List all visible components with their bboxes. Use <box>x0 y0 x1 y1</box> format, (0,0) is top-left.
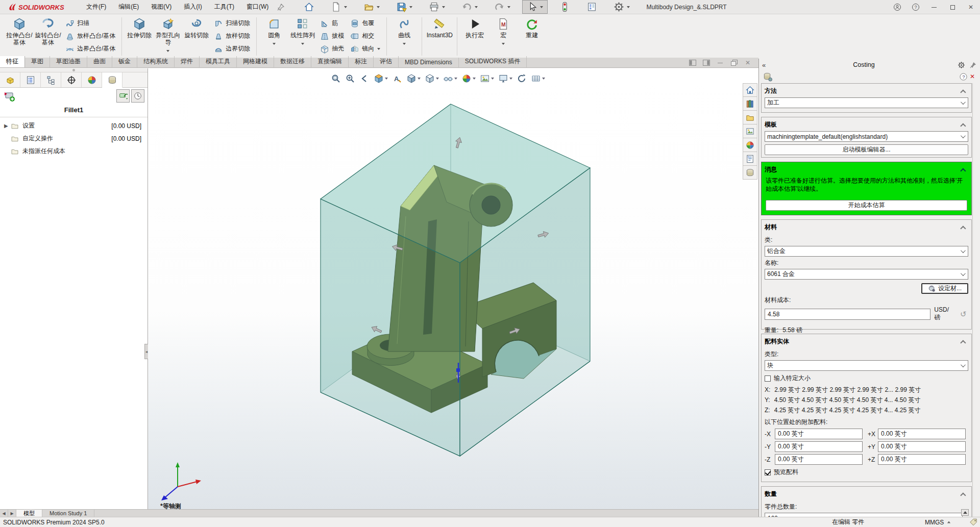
open-document-button[interactable] <box>359 0 384 14</box>
tab-草图油墨[interactable]: 草图油墨 <box>50 56 87 67</box>
flyout-caret-icon[interactable] <box>273 39 276 42</box>
dropdown-caret-icon[interactable] <box>344 6 347 8</box>
doc-restore-icon[interactable] <box>729 59 739 66</box>
panel-collapse-arrow[interactable]: ◄ <box>144 344 148 359</box>
expander-icon[interactable]: ▶ <box>4 123 10 129</box>
taskpane-view-palette-button[interactable] <box>743 124 757 138</box>
tab-mbd-dimensions[interactable]: MBD Dimensions <box>399 58 459 67</box>
preview-stock-checkbox[interactable] <box>765 469 771 475</box>
method-combobox[interactable]: 加工 <box>765 97 968 108</box>
ribbon-button-sweep[interactable]: 扫描 <box>63 17 117 30</box>
home-button[interactable] <box>299 0 319 14</box>
tab-标注[interactable]: 标注 <box>349 56 374 67</box>
tile-right-icon[interactable] <box>702 59 711 66</box>
ribbon-button-shell[interactable]: 抽壳 <box>318 42 346 55</box>
help-icon[interactable]: ? <box>906 0 925 14</box>
offset-pos-input[interactable]: 0.00 英寸 <box>878 429 966 439</box>
select-cursor-button[interactable] <box>522 0 548 14</box>
model-tab-1[interactable]: Motion Study 1 <box>42 510 94 517</box>
model-canvas[interactable] <box>148 68 758 509</box>
ribbon-button-mirror[interactable]: 镜向 <box>348 42 382 55</box>
doc-close-icon[interactable]: ✕ <box>743 59 752 66</box>
ribbon-button-instant3d[interactable]: Instant3D <box>425 15 454 58</box>
ribbon-button-boundary[interactable]: 边界凸台/基体 <box>63 42 117 55</box>
dropdown-caret-icon[interactable] <box>507 6 510 8</box>
taskpane-custom-properties-button[interactable] <box>743 152 757 166</box>
tab-直接编辑[interactable]: 直接编辑 <box>311 56 349 67</box>
material-class-combobox[interactable]: 铝合金 <box>765 246 968 257</box>
ribbon-button-fillet[interactable]: 圆角 <box>260 15 288 58</box>
dropdown-caret-icon[interactable] <box>627 6 630 8</box>
tab-草图[interactable]: 草图 <box>25 56 50 67</box>
menu-item-2[interactable]: 视图(V) <box>145 0 178 14</box>
chevron-up-icon[interactable] <box>960 492 966 498</box>
chevron-up-icon[interactable] <box>960 89 966 95</box>
doc-minimize-icon[interactable] <box>716 59 725 66</box>
taskpane-appearances-scenes-button[interactable] <box>743 138 757 152</box>
offset-neg-input[interactable]: 0.00 英寸 <box>775 429 863 439</box>
chevron-up-icon[interactable] <box>960 225 966 231</box>
history-clock-button[interactable] <box>131 89 144 103</box>
ribbon-button-boss-extrude[interactable]: 拉伸凸台/基体 <box>5 15 34 58</box>
flyout-caret-icon[interactable] <box>301 39 304 42</box>
dropdown-caret-icon[interactable] <box>475 6 478 8</box>
material-cost-input[interactable]: 4.58 <box>765 309 930 320</box>
dropdown-caret-icon[interactable] <box>377 6 380 8</box>
dropdown-caret-icon[interactable] <box>442 6 445 8</box>
tree-row-2[interactable]: 未指派任何成本 <box>0 145 148 158</box>
status-tag-icon[interactable] <box>969 518 978 526</box>
print-button[interactable] <box>424 0 450 14</box>
maximize-button[interactable] <box>943 0 962 14</box>
panel-help-icon[interactable]: ? <box>959 72 968 81</box>
ribbon-button-loft-cut[interactable]: 放样切除 <box>212 30 252 42</box>
tab-评估[interactable]: 评估 <box>374 56 399 67</box>
panel-tab-hierarchy[interactable] <box>41 72 61 87</box>
tile-left-icon[interactable] <box>688 59 697 66</box>
taskpane-costing-button[interactable] <box>743 166 757 180</box>
tab-数据迁移[interactable]: 数据迁移 <box>274 56 311 67</box>
taskpane-design-library-button[interactable] <box>743 97 757 111</box>
status-units-selector[interactable]: MMGS <box>925 519 951 526</box>
ribbon-button-sweep-cut[interactable]: 扫描切除 <box>212 17 252 30</box>
chevron-up-icon[interactable] <box>960 123 966 129</box>
ribbon-button-loft[interactable]: 放样凸台/基体 <box>63 30 117 42</box>
tab-焊件[interactable]: 焊件 <box>175 56 200 67</box>
traffic-light-button[interactable] <box>555 0 575 14</box>
redo-button[interactable] <box>489 0 515 14</box>
chevron-up-icon[interactable] <box>960 168 966 173</box>
new-document-button[interactable] <box>326 0 352 14</box>
ribbon-button-cut-extrude[interactable]: 拉伸切除 <box>125 15 154 58</box>
tree-row-1[interactable]: 自定义操作[0.00 USD] <box>0 132 148 145</box>
pin-menu-icon[interactable] <box>276 4 286 11</box>
flyout-caret-icon[interactable] <box>502 39 505 42</box>
reset-cost-icon[interactable]: ↺ <box>959 310 968 319</box>
costing-template-icon[interactable] <box>3 90 16 103</box>
pin-panel-icon[interactable] <box>969 61 977 69</box>
ribbon-button-revolve[interactable]: 旋转凸台/基体 <box>34 15 62 58</box>
tab-特征[interactable]: 特征 <box>0 56 25 67</box>
graphics-viewport[interactable]: A <box>148 68 758 509</box>
launch-template-editor-button[interactable]: 启动模板编辑器... <box>765 144 968 155</box>
ribbon-button-draft[interactable]: 拔模 <box>318 30 346 42</box>
flyout-caret-icon[interactable] <box>403 39 406 42</box>
tab-钣金[interactable]: 钣金 <box>112 56 137 67</box>
panel-gear-icon[interactable] <box>957 60 966 69</box>
chevron-up-icon[interactable] <box>960 340 966 345</box>
display-pane-button[interactable] <box>582 0 602 14</box>
scroll-up-button[interactable] <box>961 509 969 516</box>
tab-结构系统[interactable]: 结构系统 <box>137 56 175 67</box>
tab-网格建模[interactable]: 网格建模 <box>237 56 274 67</box>
panel-tab-part[interactable] <box>0 72 20 87</box>
collapse-panel-icon[interactable]: « <box>762 61 771 69</box>
set-material-button[interactable]: 设定材... <box>921 283 968 294</box>
panel-tab-feature-list[interactable] <box>20 72 41 87</box>
ribbon-button-rebuild[interactable]: 重建 <box>518 15 546 58</box>
tab-scroll-left-icon[interactable]: ◀ <box>0 510 8 517</box>
tab-曲面[interactable]: 曲面 <box>87 56 112 67</box>
flyout-caret-icon[interactable] <box>377 48 380 50</box>
stock-type-combobox[interactable]: 块 <box>765 360 968 371</box>
close-button[interactable]: ✕ <box>962 0 980 14</box>
ribbon-button-run-macro[interactable]: 执行宏 <box>460 15 489 58</box>
save-button[interactable]: ! <box>391 0 417 14</box>
taskpane-file-explorer-button[interactable] <box>743 111 757 124</box>
